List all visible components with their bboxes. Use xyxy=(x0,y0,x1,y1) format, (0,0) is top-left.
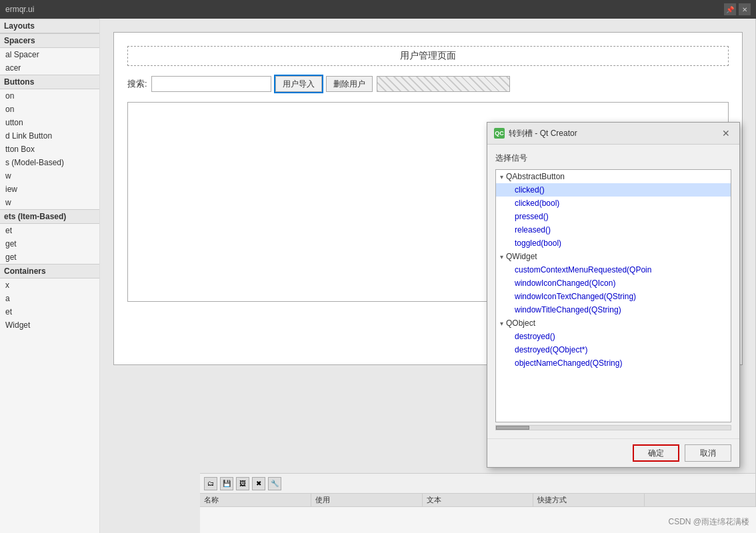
sidebar-item-w2[interactable]: w xyxy=(0,196,99,209)
save-icon[interactable]: 💾 xyxy=(220,477,233,490)
signal-object-name-changed[interactable]: objectNameChanged(QString) xyxy=(496,356,731,370)
dialog-section-label: 选择信号 xyxy=(495,153,731,164)
delete-user-button[interactable]: 删除用户 xyxy=(326,76,373,92)
dialog-footer: 确定 取消 xyxy=(487,438,739,467)
form-row: 搜索: 用户导入 删除用户 xyxy=(127,76,729,92)
watermark: CSDN @雨连绵花满楼 xyxy=(668,516,749,528)
delete-icon[interactable]: ✖ xyxy=(252,477,265,490)
group-header-qabstractbutton[interactable]: ▾ QAbstractButton xyxy=(496,170,731,183)
sidebar-item-widget[interactable]: Widget xyxy=(0,318,99,332)
sidebar-item-w1[interactable]: w xyxy=(0,169,99,183)
folder-icon[interactable]: 🗂 xyxy=(204,477,217,490)
section-buttons: Buttons xyxy=(0,75,99,89)
title-text: ermqr.ui xyxy=(5,5,724,14)
signal-destroyed[interactable]: destroyed() xyxy=(496,330,731,343)
group-qabstractbutton: ▾ QAbstractButton clicked() clicked(bool… xyxy=(496,170,731,250)
signal-window-icon-text[interactable]: windowIconTextChanged(QString) xyxy=(496,290,731,303)
section-containers: Containers xyxy=(0,264,99,278)
chevron-qwidget: ▾ xyxy=(500,253,503,261)
section-item-based: ets (Item-Based) xyxy=(0,209,99,224)
group-name-qobject: QObject xyxy=(506,318,535,328)
sidebar-item-get1[interactable]: get xyxy=(0,237,99,251)
pin-button[interactable]: 📌 xyxy=(724,3,736,15)
signal-released[interactable]: released() xyxy=(496,223,731,237)
image-icon[interactable]: 🖼 xyxy=(236,477,249,490)
sidebar-item-tton-box[interactable]: tton Box xyxy=(0,143,99,156)
goto-slot-dialog: QC 转到槽 - Qt Creator ✕ 选择信号 ▾ QAbstractBu… xyxy=(487,122,740,468)
signal-destroyed-qobject[interactable]: destroyed(QObject*) xyxy=(496,343,731,356)
search-label: 搜索: xyxy=(127,78,147,90)
sidebar-item-a[interactable]: a xyxy=(0,292,99,305)
striped-widget xyxy=(377,76,510,92)
sidebar-item-model-based[interactable]: s (Model-Based) xyxy=(0,156,99,169)
search-input[interactable] xyxy=(151,76,271,92)
title-bar: ermqr.ui 📌 ✕ xyxy=(0,0,756,19)
sidebar-item-x[interactable]: x xyxy=(0,278,99,292)
sidebar-item-on2[interactable]: on xyxy=(0,103,99,116)
dialog-titlebar: QC 转到槽 - Qt Creator ✕ xyxy=(487,123,739,145)
group-name-qabstractbutton: QAbstractButton xyxy=(506,172,565,181)
sidebar-item-get2[interactable]: get xyxy=(0,251,99,264)
dialog-close-button[interactable]: ✕ xyxy=(719,127,733,140)
dialog-scrollbar[interactable] xyxy=(495,425,731,430)
bottom-toolbar: 🗂 💾 🖼 ✖ 🔧 xyxy=(200,473,756,493)
signal-pressed[interactable]: pressed() xyxy=(496,210,731,223)
signal-toggled[interactable]: toggled(bool) xyxy=(496,237,731,250)
chevron-qobject: ▾ xyxy=(500,320,503,327)
close-button[interactable]: ✕ xyxy=(739,3,751,15)
group-header-qobject[interactable]: ▾ QObject xyxy=(496,316,731,330)
col-text: 文本 xyxy=(423,494,534,506)
signal-custom-context[interactable]: customContextMenuRequested(QPoin xyxy=(496,263,731,276)
col-use: 使用 xyxy=(311,494,423,506)
dialog-icon: QC xyxy=(494,128,505,139)
settings-icon[interactable]: 🔧 xyxy=(268,477,281,490)
ok-button[interactable]: 确定 xyxy=(633,444,679,462)
signal-clicked[interactable]: clicked() xyxy=(496,183,731,197)
dialog-title: 转到槽 - Qt Creator xyxy=(509,128,715,139)
sidebar: Layouts Spacers al Spacer acer Buttons o… xyxy=(0,19,100,533)
props-header: 名称 使用 文本 快捷方式 xyxy=(200,494,756,507)
signal-window-icon-changed[interactable]: windowIconChanged(QIcon) xyxy=(496,276,731,290)
col-extra xyxy=(645,494,756,506)
content-area: 用户管理页面 搜索: 用户导入 删除用户 🗂 💾 🖼 ✖ 🔧 xyxy=(100,19,756,533)
group-header-qwidget[interactable]: ▾ QWidget xyxy=(496,250,731,263)
page-title: 用户管理页面 xyxy=(127,46,729,66)
sidebar-item-et2[interactable]: et xyxy=(0,305,99,318)
dialog-scrollbar-thumb xyxy=(496,426,529,430)
sidebar-item-et1[interactable]: et xyxy=(0,224,99,237)
sidebar-item-utton[interactable]: utton xyxy=(0,116,99,129)
col-shortcut: 快捷方式 xyxy=(533,494,645,506)
signal-window-title[interactable]: windowTitleChanged(QString) xyxy=(496,303,731,316)
group-qwidget: ▾ QWidget customContextMenuRequested(QPo… xyxy=(496,250,731,316)
col-name: 名称 xyxy=(200,494,311,506)
group-qobject: ▾ QObject destroyed() destroyed(QObject*… xyxy=(496,316,731,370)
signal-tree[interactable]: ▾ QAbstractButton clicked() clicked(bool… xyxy=(495,169,731,422)
section-layouts: Layouts xyxy=(0,19,99,33)
sidebar-item-acer[interactable]: acer xyxy=(0,61,99,75)
signal-clicked-bool[interactable]: clicked(bool) xyxy=(496,197,731,210)
sidebar-item-al-spacer[interactable]: al Spacer xyxy=(0,48,99,61)
dialog-body: 选择信号 ▾ QAbstractButton clicked() clicked… xyxy=(487,145,739,438)
main-layout: Layouts Spacers al Spacer acer Buttons o… xyxy=(0,19,756,533)
title-bar-controls: 📌 ✕ xyxy=(724,3,751,15)
sidebar-item-on1[interactable]: on xyxy=(0,89,99,103)
group-name-qwidget: QWidget xyxy=(506,252,537,261)
cancel-button[interactable]: 取消 xyxy=(685,444,731,462)
import-user-button[interactable]: 用户导入 xyxy=(275,76,322,92)
section-spacers: Spacers xyxy=(0,33,99,48)
chevron-qabstractbutton: ▾ xyxy=(500,173,503,181)
sidebar-item-iew[interactable]: iew xyxy=(0,183,99,196)
sidebar-item-link-button[interactable]: d Link Button xyxy=(0,129,99,143)
